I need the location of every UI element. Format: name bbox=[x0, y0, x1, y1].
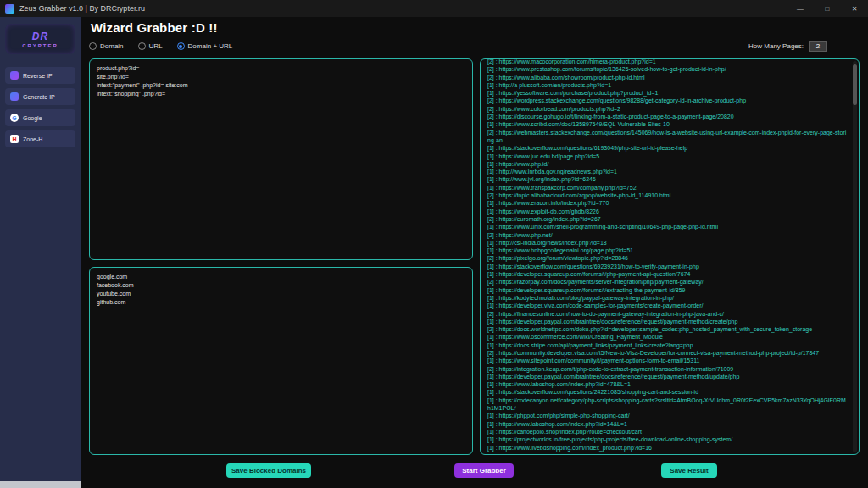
controls-row: Domain URL Domain + URL How Many Pages: bbox=[89, 40, 860, 53]
app-icon bbox=[5, 4, 14, 14]
result-line: [1] : https://www.oscommerce.com/wiki/Cr… bbox=[487, 333, 849, 341]
sidebar-item-label: Zone-H bbox=[23, 136, 42, 142]
result-line: [1] : https://www.php.id/ bbox=[487, 160, 849, 168]
app-window: Zeus Grabber v1.0 | By DRCrypter.ru — □ … bbox=[0, 0, 868, 488]
result-line: [2] : https://financesonline.com/how-to-… bbox=[487, 310, 849, 318]
result-line: [1] : https://stackoverflow.com/question… bbox=[487, 144, 849, 152]
result-line: [1] : https://developer.squareup.com/for… bbox=[487, 286, 849, 294]
result-line: [2] : https://discourse.gohugo.io/t/link… bbox=[487, 113, 849, 120]
save-blocked-domains-button[interactable]: Save Blocked Domains bbox=[226, 463, 311, 478]
result-line: [1] : http://a-plussoft.com/en/products.… bbox=[487, 81, 849, 89]
result-line: [1] : https://phppot.com/php/simple-php-… bbox=[487, 412, 849, 419]
result-line: [1] : https://stackoverflow.com/question… bbox=[487, 388, 849, 396]
logo-text-crypter: CRYPTER bbox=[8, 43, 72, 48]
result-line: [1] : http://csi-india.org/news/index.ph… bbox=[487, 239, 849, 247]
radio-url[interactable]: URL bbox=[138, 42, 163, 50]
result-line: [1] : https://canoepolo.shop/index.php?r… bbox=[487, 428, 849, 435]
window-body: DR CRYPTER Reverse IP Generate IP G Goog… bbox=[0, 17, 868, 488]
result-line: [1] : https://www.exploit-db.com/ghdb/82… bbox=[487, 208, 849, 215]
sidebar: DR CRYPTER Reverse IP Generate IP G Goog… bbox=[0, 17, 81, 488]
result-line: [2] : https://razorpay.com/docs/payments… bbox=[487, 278, 849, 286]
result-line: [1] : https://www.hnbpgcollegenaini.org/… bbox=[487, 247, 849, 254]
scrollbar-thumb[interactable] bbox=[853, 64, 857, 105]
window-title: Zeus Grabber v1.0 | By DRCrypter.ru bbox=[19, 4, 782, 13]
result-line: [1] : https://kodytechnolab.com/blog/pay… bbox=[487, 294, 849, 302]
result-line: [1] : https://www.eracon.info/index.php?… bbox=[487, 199, 849, 207]
blocked-domains-textarea[interactable]: google.com facebook.com youtube.com gith… bbox=[89, 267, 473, 455]
page-title: Wizard Grabber :D !! bbox=[91, 20, 860, 35]
result-line: [1] : https://projectworlds.in/free-proj… bbox=[487, 435, 849, 443]
result-line: [2] : https://www.colorbead.com/products… bbox=[487, 105, 849, 113]
result-line: [2] : https://www.php.net/ bbox=[487, 231, 849, 239]
radio-circle bbox=[177, 42, 185, 50]
results-box: [2] : https://www.macocorporation.com/hi… bbox=[480, 58, 860, 455]
results-scrollbar[interactable] bbox=[853, 61, 857, 452]
result-line: [2] : https://wordpress.stackexchange.co… bbox=[487, 97, 849, 104]
result-line: [1] : https://docs.stripe.com/api/paymen… bbox=[487, 341, 849, 349]
result-line: [1] : http://www.jvl.org/index.php?id=62… bbox=[487, 175, 849, 183]
result-line: [2] : https://www.alibaba.com/showroom/p… bbox=[487, 74, 849, 81]
result-line: [1] : https://www.laboshop.com/index.php… bbox=[487, 420, 849, 428]
result-line: [1] : https://codecanyon.net/category/ph… bbox=[487, 396, 849, 413]
result-line: [1] : https://www.laboshop.com/index.php… bbox=[487, 380, 849, 388]
result-line: [1] : https://developer.viva.com/code-sa… bbox=[487, 302, 849, 309]
left-column: product.php?id= site.php?id= intext:"pay… bbox=[89, 58, 473, 455]
app-logo: DR CRYPTER bbox=[5, 24, 75, 54]
result-line: [1] : https://developer.paypal.com/brain… bbox=[487, 373, 849, 380]
titlebar: Zeus Grabber v1.0 | By DRCrypter.ru — □ … bbox=[0, 0, 868, 17]
main-panel: Wizard Grabber :D !! Domain URL Domain +… bbox=[81, 17, 868, 488]
sidebar-footer-strip bbox=[0, 481, 81, 488]
result-line: [1] : https://www.transpakcorp.com/compa… bbox=[487, 184, 849, 191]
close-button[interactable]: ✕ bbox=[841, 0, 868, 17]
window-controls: — □ ✕ bbox=[787, 0, 868, 17]
reverse-ip-icon bbox=[10, 71, 19, 80]
radio-label: URL bbox=[149, 42, 163, 50]
radio-label: Domain + URL bbox=[188, 42, 233, 50]
radio-domain[interactable]: Domain bbox=[89, 42, 124, 50]
result-line: [1] : https://www.unix.com/shell-program… bbox=[487, 223, 849, 230]
result-line: [1] : https://www.sitepoint.com/communit… bbox=[487, 357, 849, 364]
content-grid: product.php?id= site.php?id= intext:"pay… bbox=[89, 58, 860, 455]
sidebar-item-label: Reverse IP bbox=[23, 73, 53, 79]
radio-domain-plus-url[interactable]: Domain + URL bbox=[177, 42, 233, 50]
generate-ip-icon bbox=[10, 92, 19, 101]
sidebar-item-google[interactable]: G Google bbox=[5, 109, 75, 126]
sidebar-item-reverse-ip[interactable]: Reverse IP bbox=[5, 67, 75, 84]
result-line: [2] : https://topic.alibabacloud.com/zqp… bbox=[487, 191, 849, 199]
result-line: [1] : https://www.livebdshopping.com/ind… bbox=[487, 444, 849, 452]
zone-h-icon: H bbox=[10, 135, 19, 143]
sidebar-item-zone-h[interactable]: H Zone-H bbox=[5, 130, 75, 147]
result-line: [1] : https://yessoftware.com/purchase/p… bbox=[487, 89, 849, 97]
result-line: [1] : https://www.juc.edu.bd/page.php?id… bbox=[487, 152, 849, 160]
result-line: [2] : https://docs.worldnettps.com/doku.… bbox=[487, 325, 849, 333]
sidebar-item-generate-ip[interactable]: Generate IP bbox=[5, 88, 75, 105]
result-line: [2] : https://webmasters.stackexchange.c… bbox=[487, 129, 849, 145]
pages-group: How Many Pages: bbox=[748, 41, 860, 52]
result-line: [1] : https://developer.paypal.com/brain… bbox=[487, 318, 849, 325]
sidebar-item-label: Generate IP bbox=[23, 94, 55, 100]
result-line: [2] : https://www.macocorporation.com/hi… bbox=[487, 58, 849, 65]
minimize-button[interactable]: — bbox=[787, 0, 814, 17]
pages-label: How Many Pages: bbox=[748, 42, 804, 50]
queries-textarea[interactable]: product.php?id= site.php?id= intext:"pay… bbox=[89, 58, 473, 260]
maximize-button[interactable]: □ bbox=[814, 0, 841, 17]
result-line: [2] : https://community.developer.visa.c… bbox=[487, 349, 849, 357]
logo-text-dr: DR bbox=[8, 30, 72, 42]
radio-circle bbox=[138, 42, 146, 50]
pages-input[interactable] bbox=[809, 41, 827, 52]
result-line: [1] : https://developer.squareup.com/for… bbox=[487, 270, 849, 278]
result-line: [1] : http://www.lnrbda.gov.ng/readnews.… bbox=[487, 168, 849, 175]
result-line: [2] : https://integration.keap.com/t/php… bbox=[487, 365, 849, 373]
result-line: [1] : https://www.scribd.com/doc/1358975… bbox=[487, 120, 849, 128]
result-line: [2] : https://pixelgo.org/forum/viewtopi… bbox=[487, 254, 849, 262]
button-row: Save Blocked Domains Start Grabber Save … bbox=[89, 462, 860, 482]
result-line: [2] : https://www.prestashop.com/forums/… bbox=[487, 65, 849, 73]
save-result-button[interactable]: Save Result bbox=[661, 463, 717, 478]
radio-circle bbox=[89, 42, 97, 50]
radio-label: Domain bbox=[100, 42, 124, 50]
results-list: [2] : https://www.macocorporation.com/hi… bbox=[487, 58, 849, 452]
result-line: [1] : https://stackoverflow.com/question… bbox=[487, 263, 849, 270]
google-icon: G bbox=[10, 114, 19, 122]
sidebar-item-label: Google bbox=[23, 115, 42, 121]
start-grabber-button[interactable]: Start Grabber bbox=[454, 463, 514, 478]
